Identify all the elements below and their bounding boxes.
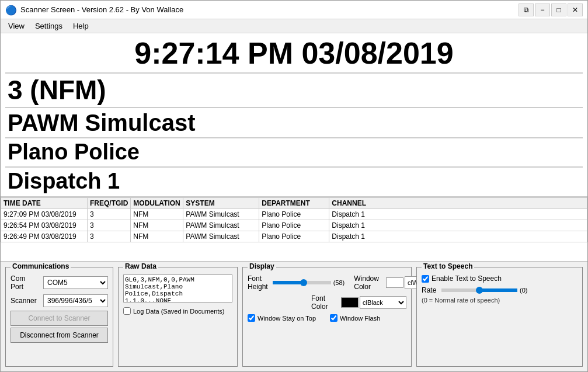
window-flash-label: Window Flash — [340, 315, 380, 322]
tts-title: Text to Speech — [422, 262, 474, 270]
table-cell-1: 3 — [88, 209, 131, 220]
com-port-row: Com Port COM5 — [11, 274, 108, 291]
table-cell-2: NFM — [131, 209, 183, 220]
connect-button[interactable]: Connect to Scanner — [11, 311, 108, 326]
restore-button[interactable]: ⧉ — [519, 4, 534, 16]
display-settings-section: Display Font Height (58) Window Color cl… — [242, 267, 412, 367]
menu-bar: View Settings Help — [1, 19, 587, 33]
tts-enable-checkbox[interactable] — [422, 275, 429, 283]
window-flash-checkbox[interactable] — [330, 314, 338, 322]
tts-note: (0 = Normal rate of speech) — [422, 297, 577, 304]
table-row: 9:26:54 PM 03/08/20193NFMPAWM SimulcastP… — [1, 220, 587, 231]
font-color-dropdown[interactable]: clBlack — [360, 296, 406, 309]
table-cell-5: Dispatch 1 — [329, 220, 587, 231]
title-bar-left: 🔵 Scanner Screen - Version 2.62 - By Von… — [5, 5, 183, 15]
display-area: 9:27:14 PM 03/08/2019 3 (NFM) PAWM Simul… — [1, 33, 587, 197]
table-row: 9:27:09 PM 03/08/20193NFMPAWM SimulcastP… — [1, 209, 587, 220]
scanner-label: Scanner — [11, 297, 40, 305]
font-color-row: Font Color clBlack — [248, 294, 406, 311]
app-icon: 🔵 — [5, 5, 16, 15]
comm-section-title: Communications — [11, 262, 71, 270]
table-cell-4: Plano Police — [259, 220, 329, 231]
menu-view[interactable]: View — [3, 20, 30, 32]
window-color-swatch — [386, 277, 403, 288]
window-stay-on-top-label: Window Stay on Top — [258, 315, 316, 322]
font-height-value: (58) — [333, 279, 345, 286]
table-cell-3: PAWM Simulcast — [183, 209, 259, 220]
table-cell-4: Plano Police — [259, 231, 329, 242]
table-cell-1: 3 — [88, 220, 131, 231]
log-row: Log Data (Saved in Documents) — [123, 307, 232, 315]
table-cell-2: NFM — [131, 220, 183, 231]
title-bar: 🔵 Scanner Screen - Version 2.62 - By Von… — [1, 1, 587, 19]
font-color-label: Font Color — [311, 294, 334, 311]
tts-rate-value: (0) — [520, 287, 527, 294]
com-port-dropdown[interactable]: COM5 — [43, 276, 108, 289]
maximize-button[interactable]: □ — [551, 4, 566, 16]
font-height-row: Font Height (58) Window Color clWhite — [248, 274, 406, 291]
col-header-mod: MODULATION — [131, 198, 183, 209]
communications-section: Communications Com Port COM5 Scanner 396… — [5, 267, 113, 367]
minimize-button[interactable]: − — [535, 4, 550, 16]
table-cell-5: Dispatch 1 — [329, 231, 587, 242]
table-container: TIME DATE FREQ/TGID MODULATION SYSTEM DE… — [1, 197, 587, 262]
tts-enable-label: Enable Text to Speech — [432, 274, 502, 283]
log-checkbox[interactable] — [123, 307, 131, 315]
col-header-chan: CHANNEL — [329, 198, 587, 209]
close-button[interactable]: ✕ — [568, 4, 583, 16]
tts-rate-row: Rate (0) — [422, 286, 577, 294]
raw-data-textarea[interactable]: GLG,3,NFM,0,0,PAWM Simulcast,Plano Polic… — [123, 274, 232, 303]
scanner-dropdown[interactable]: 396/996/436/5 — [43, 294, 108, 307]
table-cell-3: PAWM Simulcast — [183, 231, 259, 242]
table-cell-1: 3 — [88, 231, 131, 242]
department-display: Plano Police — [5, 138, 583, 168]
com-port-label: Com Port — [11, 274, 40, 291]
bottom-panel: Communications Com Port COM5 Scanner 396… — [1, 262, 587, 371]
time-date-display: 9:27:14 PM 03/08/2019 — [5, 34, 583, 74]
window-stay-on-top-row: Window Stay on Top Window Flash — [248, 314, 406, 322]
col-header-freq: FREQ/TGID — [88, 198, 131, 209]
menu-settings[interactable]: Settings — [30, 20, 68, 32]
window-controls: ⧉ − □ ✕ — [519, 4, 583, 16]
table-cell-0: 9:27:09 PM 03/08/2019 — [1, 209, 88, 220]
tts-section: Text to Speech Enable Text to Speech Rat… — [416, 267, 583, 367]
display-settings-title: Display — [248, 262, 276, 270]
col-header-time: TIME DATE — [1, 198, 88, 209]
table-cell-0: 9:26:49 PM 03/08/2019 — [1, 231, 88, 242]
raw-data-section: Raw Data GLG,3,NFM,0,0,PAWM Simulcast,Pl… — [118, 267, 238, 367]
table-cell-2: NFM — [131, 231, 183, 242]
table-cell-3: PAWM Simulcast — [183, 220, 259, 231]
table-cell-5: Dispatch 1 — [329, 209, 587, 220]
window-color-label: Window Color — [354, 274, 379, 291]
channel-display: Dispatch 1 — [5, 168, 583, 196]
log-label: Log Data (Saved in Documents) — [133, 308, 225, 315]
scanner-row: Scanner 396/996/436/5 — [11, 294, 108, 307]
font-color-swatch — [341, 297, 359, 308]
table-cell-4: Plano Police — [259, 209, 329, 220]
tts-enable-row: Enable Text to Speech — [422, 274, 577, 283]
table-cell-0: 9:26:54 PM 03/08/2019 — [1, 220, 88, 231]
system-display: PAWM Simulcast — [5, 108, 583, 138]
raw-data-title: Raw Data — [123, 262, 158, 270]
window-stay-on-top-checkbox[interactable] — [248, 314, 255, 322]
window-title: Scanner Screen - Version 2.62 - By Von W… — [20, 5, 183, 14]
col-header-sys: SYSTEM — [183, 198, 259, 209]
main-window: 🔵 Scanner Screen - Version 2.62 - By Von… — [0, 0, 588, 372]
table-row: 9:26:49 PM 03/08/20193NFMPAWM SimulcastP… — [1, 231, 587, 242]
font-height-slider[interactable] — [273, 281, 331, 284]
font-height-label: Font Height — [248, 274, 268, 291]
tts-rate-label: Rate — [422, 286, 439, 294]
col-header-dept: DEPARTMENT — [259, 198, 329, 209]
menu-help[interactable]: Help — [68, 20, 94, 32]
scanner-table: TIME DATE FREQ/TGID MODULATION SYSTEM DE… — [1, 197, 587, 242]
disconnect-button[interactable]: Disconnect from Scanner — [11, 328, 108, 343]
modulation-display: 3 (NFM) — [5, 74, 583, 108]
tts-rate-slider[interactable] — [441, 288, 517, 292]
